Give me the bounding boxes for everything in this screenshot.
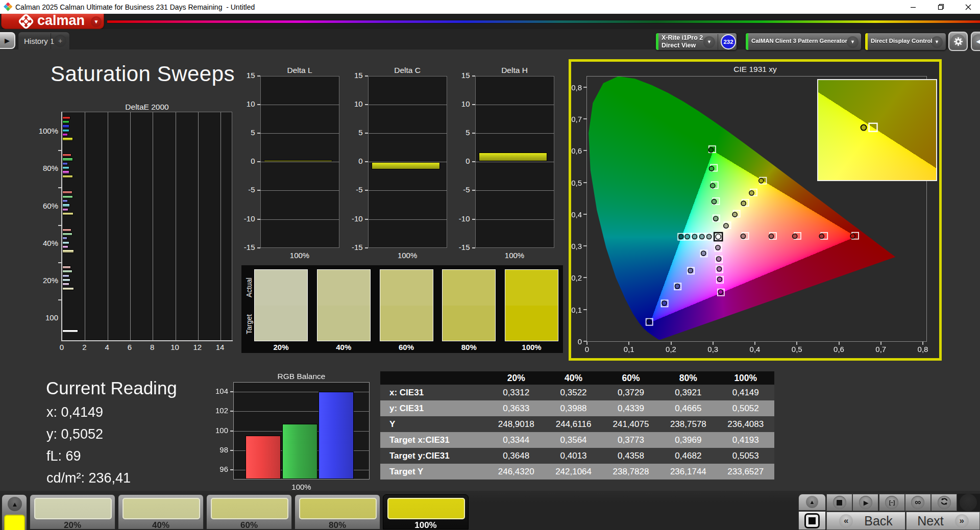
meter-count-badge[interactable]: 232 — [721, 34, 736, 49]
loop-button[interactable]: ∞ — [905, 494, 931, 511]
x-tick-label: 12 — [190, 343, 205, 351]
minimize-button[interactable] — [901, 0, 925, 14]
swatch-label: 80% — [442, 343, 496, 351]
deltae-bar-20%-2 — [62, 274, 69, 277]
y-tick — [257, 161, 260, 162]
value-cell: 0,3344 — [487, 432, 545, 448]
gridline — [368, 133, 447, 134]
chevron-down-icon: ▼ — [850, 40, 855, 44]
table-header-row: 20%40%60%80%100% — [380, 371, 774, 385]
pattern-window-button[interactable] — [798, 511, 826, 530]
minimize-icon — [910, 4, 916, 10]
y-tick-label: 20% — [30, 276, 58, 285]
y-tick-label: -10 — [451, 214, 470, 223]
transport-collapse-button[interactable]: ▲ — [798, 494, 826, 511]
collapse-toolbar-button[interactable]: ◀ — [971, 32, 980, 51]
source-dropdown-chevron[interactable]: ▼ — [847, 36, 859, 48]
tab-history-1[interactable]: History 1 + — [18, 32, 70, 49]
maximize-button[interactable] — [929, 0, 952, 14]
meter-status-stripe — [656, 33, 658, 50]
y-tick-label: -10 — [344, 214, 363, 223]
value-cell: 233,6527 — [717, 464, 774, 479]
y-tick — [257, 133, 260, 134]
sample-button-100%[interactable]: 100% — [383, 494, 469, 529]
add-tab-button[interactable]: + — [54, 35, 66, 47]
deltae-bar-100%-3 — [62, 129, 69, 132]
gridline — [233, 392, 370, 392]
sample-swatch — [387, 498, 465, 519]
chevron-down-icon: ▼ — [935, 40, 939, 44]
cie-zoom-inset — [817, 79, 937, 181]
y-tick — [230, 431, 233, 432]
value-cell: 236,1744 — [659, 464, 717, 479]
play-button[interactable]: ▶ — [852, 494, 878, 511]
x-axis-label: 100% — [475, 251, 554, 260]
y-tick-label: 0 — [451, 157, 470, 165]
disabled-button — [960, 494, 977, 511]
pattern-insert-button[interactable]: [··] — [879, 494, 905, 511]
swatch-label: 60% — [380, 343, 433, 351]
deltae-bar-100%-2 — [62, 124, 69, 128]
close-button[interactable] — [957, 0, 980, 14]
display-dropdown-chevron[interactable]: ▼ — [931, 36, 943, 48]
calman-logo-icon — [18, 13, 34, 30]
panel-toggle-button[interactable]: ▶ — [0, 32, 15, 49]
delta_l-plot-area — [260, 76, 339, 248]
deltae-bar-60%-0 — [62, 191, 72, 194]
pattern-insert-disc: [··] — [885, 496, 898, 509]
value-cell: 0,5053 — [717, 448, 774, 464]
back-button[interactable]: « Back — [826, 512, 905, 530]
chart-title: RGB Balance — [233, 372, 370, 381]
current-color-swatch[interactable] — [4, 515, 25, 530]
current-reading-title: Current Reading — [46, 378, 177, 398]
refresh-button[interactable] — [931, 494, 957, 511]
rgb-bar-blue — [318, 392, 354, 479]
column-header: 100% — [717, 371, 774, 385]
y-tick-label: 10 — [451, 99, 470, 108]
delta_h-plot-area — [475, 76, 554, 248]
sample-button-40%[interactable]: 40% — [118, 494, 204, 529]
y-tick — [472, 133, 475, 134]
next-label: Next — [917, 514, 943, 528]
meter-dropdown[interactable]: X-Rite i1Pro 2 Direct View ▼ 232 — [655, 33, 737, 51]
gridline — [475, 219, 554, 220]
deltae-bar-40%-5 — [62, 249, 74, 253]
loop-icon: ∞ — [915, 497, 921, 508]
display-control-dropdown[interactable]: Direct Display Control ▼ — [865, 33, 946, 51]
gridline — [198, 112, 199, 340]
sample-button-20%[interactable]: 20% — [30, 494, 115, 529]
y-tick-label: 0 — [236, 157, 255, 165]
selector-collapse-button[interactable]: ▲ — [8, 497, 22, 511]
gridline — [176, 112, 176, 340]
y-tick — [257, 247, 260, 248]
sample-label: 100% — [383, 520, 468, 530]
deltae-bar-20%-0 — [62, 266, 71, 269]
refresh-arrows — [940, 497, 948, 506]
calman-menu-button[interactable]: calman ▼ — [1, 14, 104, 29]
next-button[interactable]: Next » — [906, 512, 980, 530]
deltae-bar-60%-1 — [62, 195, 73, 198]
sample-swatch — [299, 498, 377, 519]
stop-button[interactable] — [826, 494, 852, 511]
rgb-bar-red — [246, 436, 281, 479]
x-tick-label: 0 — [54, 343, 69, 351]
app-icon — [4, 3, 12, 11]
value-cell: 0,3729 — [602, 385, 659, 400]
gear-icon — [953, 36, 964, 47]
gridline — [260, 162, 339, 162]
stop-disc — [833, 496, 846, 509]
triangle-left-icon: ◀ — [976, 38, 980, 45]
sample-button-80%[interactable]: 80% — [295, 494, 380, 529]
settings-button[interactable] — [948, 32, 968, 51]
stop-icon — [837, 500, 842, 506]
meter-dropdown-chevron[interactable]: ▼ — [703, 36, 715, 48]
deltae-plot-area — [62, 112, 232, 341]
delta_c-plot-area — [368, 76, 447, 248]
y-tick — [58, 225, 62, 226]
y-tick — [365, 104, 368, 105]
pattern-generator-dropdown[interactable]: CalMAN Client 3 Pattern Generator ▼ — [745, 33, 862, 51]
column-header: 40% — [545, 371, 602, 385]
table-row: x: CIE310,33120,35220,37290,39210,4149 — [380, 385, 774, 400]
sample-button-60%[interactable]: 60% — [206, 494, 292, 529]
value-cell: 0,3522 — [545, 385, 602, 400]
